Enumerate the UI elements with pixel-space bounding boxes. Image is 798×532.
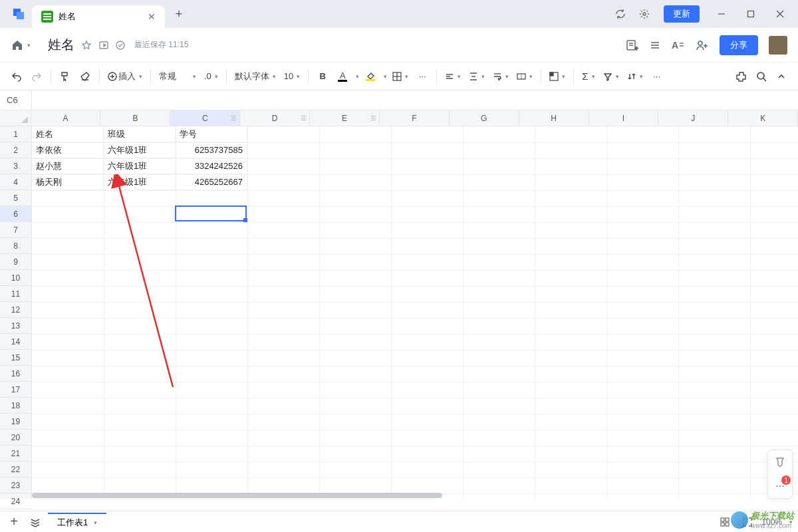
user-avatar[interactable]: [769, 36, 787, 55]
row-header-18[interactable]: 18: [0, 398, 31, 414]
cell-C2[interactable]: 6253737585: [176, 142, 247, 158]
font-size-select[interactable]: 10▾: [281, 67, 303, 86]
row-header-12[interactable]: 12: [0, 302, 31, 318]
list-icon[interactable]: [649, 39, 661, 51]
row-header-8[interactable]: 8: [0, 238, 31, 254]
theme-icon[interactable]: [768, 450, 792, 474]
sheet-tab[interactable]: 工作表1▾: [48, 513, 106, 531]
col-header-H[interactable]: H: [519, 110, 589, 126]
cell-A3[interactable]: 赵小慧: [32, 158, 104, 174]
formula-input[interactable]: [32, 95, 798, 105]
cell-C1[interactable]: 学号: [176, 126, 247, 142]
row-header-17[interactable]: 17: [0, 382, 31, 398]
row-header-7[interactable]: 7: [0, 222, 31, 238]
row-header-9[interactable]: 9: [0, 254, 31, 270]
freeze-button[interactable]: ▾: [547, 67, 568, 86]
more-format-button[interactable]: ···: [414, 67, 431, 86]
row-header-16[interactable]: 16: [0, 366, 31, 382]
decimal-button[interactable]: .0▾: [201, 67, 221, 86]
update-button[interactable]: 更新: [664, 5, 700, 23]
align-h-button[interactable]: ▾: [442, 67, 464, 86]
row-header-3[interactable]: 3: [0, 158, 31, 174]
row-header-20[interactable]: 20: [0, 430, 31, 446]
col-header-E[interactable]: E☰: [310, 110, 380, 126]
collapse-toolbar-icon[interactable]: [773, 67, 790, 86]
row-header-19[interactable]: 19: [0, 414, 31, 430]
undo-button[interactable]: [8, 67, 25, 86]
col-header-A[interactable]: A: [31, 110, 101, 126]
row-header-10[interactable]: 10: [0, 270, 31, 286]
external-icon[interactable]: [98, 40, 109, 51]
row-header-24[interactable]: 24: [0, 493, 31, 509]
new-tab-button[interactable]: +: [169, 4, 189, 24]
row-header-4[interactable]: 4: [0, 174, 31, 190]
insert-button[interactable]: 插入▾: [105, 67, 145, 86]
cell-C3[interactable]: 3324242526: [176, 158, 247, 174]
font-select[interactable]: 默认字体▾: [232, 67, 279, 86]
col-header-G[interactable]: G: [450, 110, 519, 126]
text-color-button[interactable]: A: [334, 67, 351, 86]
col-header-D[interactable]: D☰: [240, 110, 310, 126]
font-style-icon[interactable]: A: [672, 39, 685, 51]
document-tab[interactable]: 姓名 ✕: [32, 5, 165, 28]
maximize-button[interactable]: [738, 4, 763, 24]
close-tab-icon[interactable]: ✕: [148, 11, 156, 22]
number-format-select[interactable]: 常规▾: [156, 67, 199, 86]
star-icon[interactable]: [81, 40, 92, 51]
edit-doc-icon[interactable]: +: [625, 39, 638, 52]
cell-reference[interactable]: C6: [0, 90, 32, 110]
col-header-K[interactable]: K: [728, 110, 798, 126]
row-header-21[interactable]: 21: [0, 446, 31, 462]
home-button[interactable]: ▾: [11, 39, 31, 52]
row-header-11[interactable]: 11: [0, 286, 31, 302]
redo-button[interactable]: [28, 67, 45, 86]
sync-icon[interactable]: [610, 4, 630, 24]
add-sheet-button[interactable]: +: [5, 513, 23, 531]
merge-button[interactable]: ▾: [514, 67, 535, 86]
minimize-button[interactable]: [709, 4, 734, 24]
row-header-15[interactable]: 15: [0, 350, 31, 366]
col-header-B[interactable]: B: [100, 110, 170, 126]
row-header-13[interactable]: 13: [0, 318, 31, 334]
close-window-button[interactable]: [767, 4, 793, 24]
cell-B3[interactable]: 六年级1班: [104, 158, 176, 174]
cell-A2[interactable]: 李依依: [32, 142, 104, 158]
select-all-corner[interactable]: [0, 110, 31, 126]
cell-A1[interactable]: 姓名: [32, 126, 104, 142]
row-header-23[interactable]: 23: [0, 477, 31, 493]
add-user-icon[interactable]: [696, 39, 709, 51]
share-button[interactable]: 分享: [720, 35, 758, 55]
settings-icon[interactable]: [634, 4, 654, 24]
row-header-2[interactable]: 2: [0, 142, 31, 158]
horizontal-scrollbar[interactable]: [32, 492, 778, 499]
sort-button[interactable]: ▾: [624, 67, 646, 86]
clear-format-button[interactable]: [76, 67, 94, 86]
row-header-22[interactable]: 22: [0, 462, 31, 477]
fill-color-button[interactable]: [362, 67, 379, 86]
col-header-I[interactable]: I: [589, 110, 659, 126]
row-header-6[interactable]: 6: [0, 206, 31, 222]
sheet-list-button[interactable]: [27, 513, 44, 531]
col-header-C[interactable]: C☰: [170, 110, 240, 126]
bold-button[interactable]: B: [314, 67, 331, 86]
wrap-button[interactable]: ▾: [490, 67, 511, 86]
cell-B4[interactable]: 六年级1班: [104, 174, 176, 190]
col-header-J[interactable]: J: [658, 110, 728, 126]
filter-button[interactable]: ▾: [600, 67, 622, 86]
cell-B1[interactable]: 班级: [104, 126, 176, 142]
more-float-icon[interactable]: ···1: [768, 474, 792, 498]
cell-C4[interactable]: 4265252667: [176, 174, 247, 190]
search-icon[interactable]: [753, 67, 770, 86]
row-header-5[interactable]: 5: [0, 190, 31, 206]
cell-B2[interactable]: 六年级1班: [104, 142, 176, 158]
align-v-button[interactable]: ▾: [466, 67, 487, 86]
cell-A4[interactable]: 杨天刚: [32, 174, 104, 190]
col-header-F[interactable]: F: [380, 110, 450, 126]
more-tools-button[interactable]: ···: [648, 67, 666, 86]
spreadsheet-grid[interactable]: ABC☰D☰E☰FGHIJK 1234567891011121314151617…: [0, 110, 798, 515]
format-painter-button[interactable]: [57, 67, 74, 86]
row-header-1[interactable]: 1: [0, 126, 31, 142]
sum-button[interactable]: Σ▾: [579, 67, 597, 86]
borders-button[interactable]: ▾: [390, 67, 411, 86]
row-header-14[interactable]: 14: [0, 334, 31, 350]
